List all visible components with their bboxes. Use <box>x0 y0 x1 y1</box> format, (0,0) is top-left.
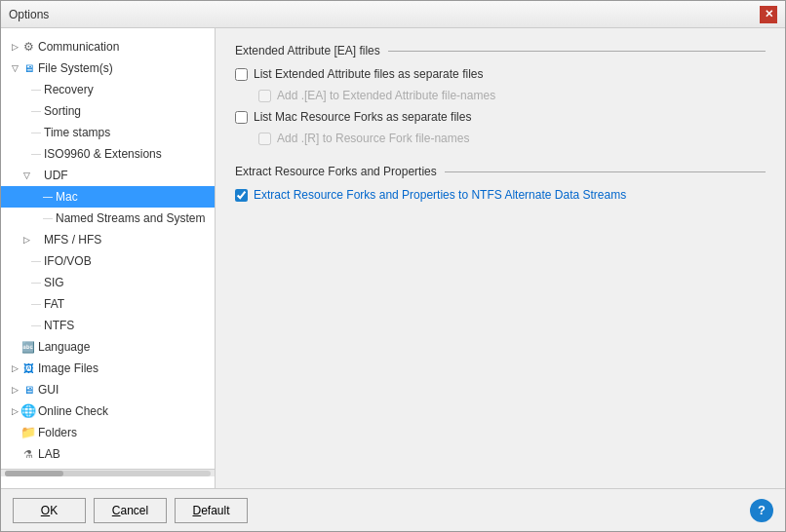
tree-label-onlinecheck: Online Check <box>38 402 108 420</box>
gear-icon: ⚙ <box>20 39 36 55</box>
close-button[interactable]: ✕ <box>760 6 777 23</box>
tree-item-communication[interactable]: ▷ ⚙ Communication <box>1 36 215 57</box>
tree-label-communication: Communication <box>38 38 119 56</box>
tree-label-sig: SIG <box>44 274 64 291</box>
tree-item-ifo[interactable]: — IFO/VOB <box>1 250 215 272</box>
dash-icon: — <box>32 82 40 97</box>
section1-divider <box>388 51 766 52</box>
dash-icon10: — <box>32 275 40 290</box>
option4-checkbox[interactable] <box>258 133 271 145</box>
dash-icon2: — <box>32 103 40 119</box>
tree-label-recovery: Recovery <box>44 81 94 98</box>
dash-icon12: — <box>32 318 40 333</box>
ea-files-section: Extended Attribute [EA] files List Exten… <box>235 44 766 145</box>
folder-icon: 📁 <box>20 425 36 440</box>
expand-gui[interactable]: ▷ <box>9 384 20 396</box>
dash-icon6: — <box>44 189 52 205</box>
tree-label-gui: GUI <box>38 381 59 399</box>
options-dialog: Options ✕ ▷ ⚙ Communication ▽ 🖥 File Sy <box>0 0 786 532</box>
dash-icon8 <box>32 232 40 247</box>
option1-row: List Extended Attribute files as separat… <box>235 67 766 81</box>
lab-icon: ⚗ <box>20 446 36 462</box>
option3-label[interactable]: List Mac Resource Forks as separate file… <box>254 110 471 124</box>
dialog-title: Options <box>9 8 49 21</box>
tree-item-udf[interactable]: ▽ UDF <box>1 165 215 186</box>
option5-row: Extract Resource Forks and Properties to… <box>235 188 766 202</box>
option5-label[interactable]: Extract Resource Forks and Properties to… <box>254 188 626 202</box>
resource-forks-section: Extract Resource Forks and Properties Ex… <box>235 165 766 202</box>
tree-item-recovery[interactable]: — Recovery <box>1 79 215 100</box>
tree-label-iso9960: ISO9960 & Extensions <box>44 145 162 163</box>
tree-label-namedstreams: Named Streams and System <box>56 209 205 227</box>
tree-item-ntfs[interactable]: — NTFS <box>1 315 215 336</box>
lang-icon: 🔤 <box>20 339 36 355</box>
expand-imagefiles[interactable]: ▷ <box>9 362 20 374</box>
tree-item-onlinecheck[interactable]: ▷ 🌐 Online Check <box>1 400 215 422</box>
option4-label: Add .[R] to Resource Fork file-names <box>277 132 469 145</box>
cancel-button[interactable]: Cancel <box>94 498 167 523</box>
img-icon: 🖼 <box>20 361 36 376</box>
tree-item-sorting[interactable]: — Sorting <box>1 100 215 122</box>
ok-button[interactable]: OK <box>13 498 86 523</box>
tree-label-lab: LAB <box>38 445 60 463</box>
option2-label: Add .[EA] to Extended Attribute file-nam… <box>277 89 495 102</box>
option2-checkbox[interactable] <box>258 90 271 102</box>
option4-row: Add .[R] to Resource Fork file-names <box>235 132 766 145</box>
option2-row: Add .[EA] to Extended Attribute file-nam… <box>235 89 766 102</box>
tree-item-folders[interactable]: 📁 Folders <box>1 422 215 443</box>
default-button[interactable]: Default <box>175 498 248 523</box>
tree-label-folders: Folders <box>38 424 77 441</box>
tree-item-iso9960[interactable]: — ISO9960 & Extensions <box>1 143 215 165</box>
tree-item-namedstreams[interactable]: — Named Streams and System <box>1 208 215 229</box>
tree-item-language[interactable]: 🔤 Language <box>1 336 215 358</box>
dash-icon7: — <box>44 210 52 226</box>
dash-icon5 <box>32 168 40 183</box>
tree-item-timestamps[interactable]: — Time stamps <box>1 122 215 143</box>
expand-udf[interactable]: ▽ <box>20 170 32 181</box>
tree-label-timestamps: Time stamps <box>44 124 110 141</box>
expand-mfs[interactable]: ▷ <box>20 234 32 246</box>
tree-item-sig[interactable]: — SIG <box>1 272 215 293</box>
tree-label-imagefiles: Image Files <box>38 360 98 377</box>
tree-label-filesystem: File System(s) <box>38 59 113 77</box>
content-panel: Extended Attribute [EA] files List Exten… <box>216 28 785 488</box>
gui-icon: 🖥 <box>20 382 36 398</box>
fs-icon: 🖥 <box>20 60 36 76</box>
option3-row: List Mac Resource Forks as separate file… <box>235 110 766 124</box>
tree-panel: ▷ ⚙ Communication ▽ 🖥 File System(s) — R <box>1 28 216 488</box>
dash-icon9: — <box>32 253 40 269</box>
expand-onlinecheck[interactable]: ▷ <box>9 405 20 417</box>
tree-item-fat[interactable]: — FAT <box>1 293 215 315</box>
tree-label-mfs: MFS / HFS <box>44 231 101 248</box>
dialog-footer: OK Cancel Default ? <box>1 488 785 531</box>
tree-item-imagefiles[interactable]: ▷ 🖼 Image Files <box>1 358 215 379</box>
dash-icon3: — <box>32 125 40 140</box>
dialog-body: ▷ ⚙ Communication ▽ 🖥 File System(s) — R <box>1 28 785 488</box>
title-bar: Options ✕ <box>1 1 785 28</box>
section1-title: Extended Attribute [EA] files <box>235 44 380 57</box>
tree-item-mfs[interactable]: ▷ MFS / HFS <box>1 229 215 250</box>
help-button[interactable]: ? <box>750 499 773 522</box>
option5-checkbox[interactable] <box>235 189 248 202</box>
option1-label[interactable]: List Extended Attribute files as separat… <box>254 67 483 81</box>
section2-title: Extract Resource Forks and Properties <box>235 165 437 178</box>
tree-item-lab[interactable]: ⚗ LAB <box>1 443 215 465</box>
tree-label-ntfs: NTFS <box>44 317 74 334</box>
tree-label-language: Language <box>38 338 90 356</box>
dash-icon11: — <box>32 296 40 312</box>
tree-label-sorting: Sorting <box>44 102 81 120</box>
option3-checkbox[interactable] <box>235 111 248 124</box>
globe-icon: 🌐 <box>20 403 36 419</box>
section2-divider <box>445 171 766 172</box>
tree-scrollbar[interactable] <box>1 469 215 476</box>
tree-label-ifo: IFO/VOB <box>44 252 92 270</box>
expand-communication[interactable]: ▷ <box>9 41 20 53</box>
tree-item-filesystem[interactable]: ▽ 🖥 File System(s) <box>1 57 215 79</box>
tree-item-gui[interactable]: ▷ 🖥 GUI <box>1 379 215 400</box>
tree-label-mac: Mac <box>56 188 78 206</box>
tree-label-udf: UDF <box>44 167 68 184</box>
option1-checkbox[interactable] <box>235 68 248 81</box>
tree-item-mac[interactable]: — Mac <box>1 186 215 208</box>
tree-label-fat: FAT <box>44 295 64 313</box>
expand-filesystem[interactable]: ▽ <box>9 62 20 74</box>
